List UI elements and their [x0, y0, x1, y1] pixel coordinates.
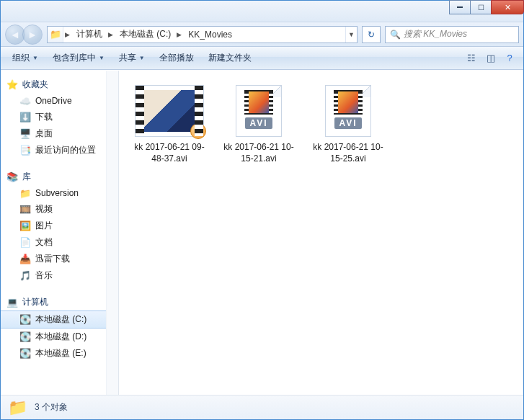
sidebar-item-drive-e[interactable]: 💽本地磁盘 (E:) — [1, 345, 118, 362]
folder-icon: 📁 — [8, 398, 27, 417]
download-icon: 📥 — [19, 254, 31, 265]
preview-pane-button[interactable]: ◫ — [483, 50, 499, 66]
minimize-button[interactable] — [449, 0, 471, 14]
sidebar-item-label: 文档 — [35, 236, 53, 249]
titlebar — [1, 1, 523, 22]
recent-icon: 📑 — [19, 145, 31, 156]
organize-label: 组织 — [12, 52, 30, 64]
play-all-button[interactable]: 全部播放 — [154, 49, 200, 67]
sidebar-group-favorites: ⭐ 收藏夹 ☁️OneDrive ⬇️下载 🖥️桌面 📑最近访问的位置 — [1, 76, 118, 158]
file-item[interactable]: kk 2017-06-21 09-48-37.avi — [133, 85, 205, 164]
video-thumbnail — [135, 85, 204, 137]
sidebar-item-recent[interactable]: 📑最近访问的位置 — [1, 142, 118, 158]
nav-arrows: ◄ ► — [5, 24, 43, 45]
chevron-right-icon[interactable] — [63, 31, 71, 38]
cloud-icon: ☁️ — [19, 95, 31, 107]
folder-icon: 📁 — [19, 187, 31, 199]
share-button[interactable]: 共享 — [113, 49, 151, 67]
include-label: 包含到库中 — [53, 52, 96, 64]
breadcrumb-dropdown[interactable] — [345, 27, 357, 43]
scrollbar[interactable] — [106, 71, 118, 395]
video-icon: 🎞️ — [19, 204, 31, 215]
help-button[interactable]: ? — [502, 50, 518, 66]
sidebar-item-label: 音乐 — [35, 269, 53, 282]
file-item[interactable]: AVI kk 2017-06-21 10-15-21.avi — [223, 85, 295, 164]
sidebar-item-desktop[interactable]: 🖥️桌面 — [1, 125, 118, 142]
sidebar-item-xunlei[interactable]: 📥迅雷下载 — [1, 251, 118, 267]
sidebar-item-onedrive[interactable]: ☁️OneDrive — [1, 93, 118, 109]
content-pane[interactable]: kk 2017-06-21 09-48-37.avi AVI kk 2017-0… — [119, 71, 523, 395]
breadcrumb[interactable]: 计算机 本地磁盘 (C:) KK_Movies — [47, 26, 358, 43]
new-folder-label: 新建文件夹 — [208, 52, 252, 64]
sidebar-item-label: Subversion — [35, 188, 79, 198]
close-button[interactable] — [491, 0, 524, 14]
sidebar-item-label: 本地磁盘 (E:) — [35, 347, 86, 359]
sidebar-item-drive-c[interactable]: 💽本地磁盘 (C:) — [1, 310, 118, 329]
sidebar-item-label: 最近访问的位置 — [35, 144, 96, 156]
toolbar: 组织 包含到库中 共享 全部播放 新建文件夹 ☷ ◫ ? — [1, 47, 523, 70]
search-input[interactable]: 搜索 KK_Movies — [385, 26, 519, 43]
body: ⭐ 收藏夹 ☁️OneDrive ⬇️下载 🖥️桌面 📑最近访问的位置 📚 库 … — [1, 70, 523, 395]
sidebar-item-documents[interactable]: 📄文档 — [1, 234, 118, 251]
sidebar-item-drive-d[interactable]: 💽本地磁盘 (D:) — [1, 329, 118, 345]
breadcrumb-seg-computer[interactable]: 计算机 — [71, 27, 107, 43]
sidebar-item-downloads[interactable]: ⬇️下载 — [1, 109, 118, 125]
sidebar-item-label: 下载 — [35, 111, 53, 123]
maximize-button[interactable] — [470, 0, 492, 14]
forward-button[interactable]: ► — [22, 24, 43, 45]
chevron-down-icon — [139, 55, 145, 61]
sidebar-item-music[interactable]: 🎵音乐 — [1, 267, 118, 284]
desktop-icon: 🖥️ — [19, 128, 31, 140]
folder-icon — [48, 27, 63, 43]
chevron-down-icon — [32, 55, 38, 61]
sidebar-item-subversion[interactable]: 📁Subversion — [1, 185, 118, 201]
breadcrumb-seg-folder[interactable]: KK_Movies — [182, 27, 236, 43]
document-icon: 📄 — [19, 237, 31, 249]
picture-icon: 🖼️ — [19, 220, 31, 232]
organize-button[interactable]: 组织 — [6, 49, 44, 67]
file-name: kk 2017-06-21 10-15-21.avi — [223, 141, 295, 164]
window-controls — [450, 0, 524, 14]
sidebar-item-label: OneDrive — [35, 96, 72, 106]
sidebar-head-computer[interactable]: 💻 计算机 — [1, 294, 118, 310]
drive-icon: 💽 — [19, 314, 31, 326]
sidebar-group-libraries: 📚 库 📁Subversion 🎞️视频 🖼️图片 📄文档 📥迅雷下载 🎵音乐 — [1, 169, 118, 284]
sidebar-head-favorites[interactable]: ⭐ 收藏夹 — [1, 76, 118, 93]
file-item[interactable]: AVI kk 2017-06-21 10-15-25.avi — [312, 85, 384, 164]
play-icon — [190, 123, 206, 139]
avi-tag: AVI — [245, 117, 272, 129]
breadcrumb-seg-drive[interactable]: 本地磁盘 (C:) — [114, 27, 175, 43]
sidebar-head-libraries[interactable]: 📚 库 — [1, 169, 118, 185]
sidebar-item-label: 图片 — [35, 220, 53, 232]
explorer-window: ◄ ► 计算机 本地磁盘 (C:) KK_Movies 搜索 KK_Movies… — [0, 0, 524, 420]
chevron-down-icon — [99, 55, 105, 61]
sidebar-label: 收藏夹 — [22, 79, 48, 91]
share-label: 共享 — [119, 52, 136, 64]
sidebar-label: 库 — [22, 171, 31, 183]
drive-icon: 💽 — [19, 331, 31, 343]
include-library-button[interactable]: 包含到库中 — [47, 49, 110, 67]
sidebar-item-label: 桌面 — [35, 128, 53, 140]
sidebar-group-computer: 💻 计算机 💽本地磁盘 (C:) 💽本地磁盘 (D:) 💽本地磁盘 (E:) — [1, 294, 118, 362]
play-all-label: 全部播放 — [159, 52, 194, 64]
sidebar[interactable]: ⭐ 收藏夹 ☁️OneDrive ⬇️下载 🖥️桌面 📑最近访问的位置 📚 库 … — [1, 71, 119, 395]
new-folder-button[interactable]: 新建文件夹 — [203, 49, 257, 67]
file-name: kk 2017-06-21 10-15-25.avi — [312, 141, 384, 164]
sidebar-item-pictures[interactable]: 🖼️图片 — [1, 218, 118, 234]
status-text: 3 个对象 — [35, 401, 68, 414]
drive-icon: 💽 — [19, 348, 31, 359]
sidebar-item-label: 视频 — [35, 203, 53, 215]
refresh-button[interactable] — [362, 26, 381, 43]
view-options-button[interactable]: ☷ — [464, 50, 480, 66]
chevron-right-icon[interactable] — [175, 31, 182, 38]
star-icon: ⭐ — [6, 79, 18, 91]
sidebar-item-label: 本地磁盘 (C:) — [35, 313, 86, 326]
computer-icon: 💻 — [6, 297, 18, 308]
chevron-right-icon[interactable] — [107, 31, 114, 38]
sidebar-item-label: 迅雷下载 — [35, 253, 70, 265]
nav-bar: ◄ ► 计算机 本地磁盘 (C:) KK_Movies 搜索 KK_Movies — [1, 22, 523, 47]
file-name: kk 2017-06-21 09-48-37.avi — [133, 141, 205, 164]
status-bar: 📁 3 个对象 — [1, 395, 523, 419]
sidebar-item-videos[interactable]: 🎞️视频 — [1, 201, 118, 218]
avi-tag: AVI — [334, 117, 361, 129]
